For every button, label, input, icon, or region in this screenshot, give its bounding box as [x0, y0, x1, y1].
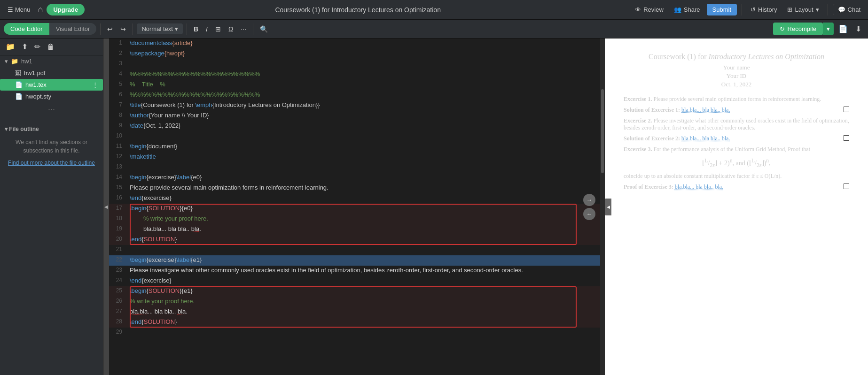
main-area: 📁 ⬆ ✏ 🗑 ▾ 📁 hw1 🖼 hw1.pdf 📄 hw1.tex ⋮ 📄 … [0, 38, 868, 375]
toolbar-separator3 [187, 23, 187, 35]
text-style-chevron-icon: ▾ [175, 25, 178, 32]
table-row: 21 [109, 245, 600, 255]
sidebar-divider [0, 119, 103, 119]
pdf-panel-collapse-button[interactable]: ◀ [605, 199, 611, 215]
menu-label: Menu [15, 6, 31, 13]
table-row: 4 %%%%%%%%%%%%%%%%%%%%%%%% [109, 69, 600, 80]
review-button[interactable]: 👁 Review [631, 4, 667, 15]
upgrade-button[interactable]: Upgrade [47, 4, 85, 15]
text-style-label: Normal text [141, 25, 172, 32]
table-row: 11 \begin{document} [109, 142, 600, 152]
file-more-icon[interactable]: ⋮ [92, 81, 98, 88]
text-style-dropdown[interactable]: Normal text ▾ [137, 23, 182, 34]
pdf-excercise2-text: Please investigate what other commonly u… [624, 117, 849, 131]
outline-help-link[interactable]: Find out more about the file outline [5, 160, 98, 166]
sidebar-collapse-button[interactable]: ◀ [103, 38, 109, 375]
pdf-document-title: Coursework (1) for Introductory Lectures… [624, 53, 849, 61]
toolbar-separator4 [253, 23, 253, 35]
menu-button[interactable]: ☰ Menu [4, 6, 34, 13]
toolbar-separator2 [133, 23, 133, 35]
refresh-icon: ↻ [780, 25, 785, 32]
code-editor[interactable]: 1 \documentclass{article} 2 \usepackage{… [109, 38, 600, 375]
redo-button[interactable]: ↪ [117, 23, 129, 35]
italic-button[interactable]: I [203, 23, 211, 35]
pdf-solution1-text: bla.bla... bla bla.. bla. [681, 107, 730, 113]
pdf-solution1-checkbox [844, 107, 849, 112]
sidebar-file-hwoptsty[interactable]: 📄 hwopt.sty [0, 91, 103, 102]
page-title: Coursework (1) for Introductory Lectures… [85, 6, 631, 14]
visual-editor-tab[interactable]: Visual Editor [49, 23, 97, 35]
delete-button[interactable]: 🗑 [45, 42, 56, 52]
recompile-button[interactable]: ↻ Recompile [773, 23, 823, 35]
edit-button[interactable]: ✏ [32, 41, 42, 52]
pdf-view-button[interactable]: 📄 [836, 23, 851, 35]
pdf-solution2-label: Solution of Excercise 2: [624, 135, 680, 142]
toolbar-right: ↻ Recompile ▾ 📄 ⬇ [773, 23, 864, 35]
new-file-button[interactable]: 📁 [4, 41, 17, 52]
toolbar-separator [100, 23, 101, 35]
table-row: 23 Please investigate what other commonl… [109, 266, 600, 276]
pdf-math-note-text: coincide up to an absolute constant mult… [624, 173, 782, 179]
table-row: 12 \maketitle [109, 152, 600, 162]
home-button[interactable]: ⌂ [34, 5, 47, 15]
code-scrollbar[interactable] [600, 38, 605, 375]
pdf-solution2: Solution of Excercise 2: bla.bla... bla … [624, 135, 849, 142]
pdf-math-formula: ⌊L/2ε⌋ + 2)n, and (⌊L/2ε⌋)n, [624, 158, 849, 168]
recompile-dropdown-button[interactable]: ▾ [823, 23, 834, 35]
more-options-button[interactable]: ··· [238, 23, 249, 35]
sidebar-folder-hw1[interactable]: ▾ 📁 hw1 [0, 55, 103, 67]
table-row: 16 \end{excercise} [109, 193, 600, 204]
pdf-file-icon: 🖼 [15, 69, 21, 77]
nav-arrow-left[interactable]: ← [583, 208, 595, 220]
chat-button[interactable]: 💬 Chat [833, 4, 864, 15]
search-button[interactable]: 🔍 [257, 23, 271, 35]
submit-button[interactable]: Submit [707, 4, 737, 15]
table-row: 28 \end{SOLUTION} [109, 317, 600, 328]
topbar-divider [742, 4, 742, 15]
pdf-solution1: Solution of Excercise 1: bla.bla... bla … [624, 107, 849, 114]
history-button[interactable]: ↺ History [747, 4, 781, 15]
file-name: hw1.pdf [24, 69, 46, 77]
recompile-label: Recompile [788, 25, 816, 32]
pdf-section-ex2: Excercise 2. Please investigate what oth… [624, 117, 849, 131]
table-row: 10 [109, 131, 600, 142]
undo-button[interactable]: ↩ [104, 23, 116, 35]
code-scrollbar-thumb [601, 89, 604, 173]
table-row: 19 bla.bla... bla bla.. bla. [109, 224, 600, 235]
table-row: 7 \title{Coursework (1) for \emph{Introd… [109, 100, 600, 111]
sidebar-file-hw1tex[interactable]: 📄 hw1.tex ⋮ [0, 79, 103, 91]
table-row: 6 %%%%%%%%%%%%%%%%%%%%%%%% [109, 90, 600, 100]
table-row: 15 Please provide several main optimizat… [109, 183, 600, 193]
folder-chevron-icon: ▾ [5, 58, 8, 65]
pdf-proof3: Proof of Excercise 3: bla.bla... bla bla… [624, 184, 849, 191]
nav-arrows: → ← [583, 194, 595, 220]
sidebar-more-indicator: ··· [0, 102, 103, 116]
history-icon: ↺ [751, 6, 756, 13]
topbar-actions: 👁 Review 👥 Share Submit ↺ History ⊞ Layo… [631, 4, 864, 15]
table-row: 14 \begin{excercise}\label{e0} [109, 173, 600, 183]
pdf-date: Oct. 1, 2022 [624, 81, 849, 88]
table-row: 27 bla.bla... bla bla.. bla. [109, 307, 600, 317]
bold-button[interactable]: B [191, 23, 201, 35]
editor-toolbar: Code Editor Visual Editor ↩ ↪ Normal tex… [0, 20, 868, 38]
download-button[interactable]: ⬇ [852, 23, 864, 35]
sidebar: 📁 ⬆ ✏ 🗑 ▾ 📁 hw1 🖼 hw1.pdf 📄 hw1.tex ⋮ 📄 … [0, 38, 103, 375]
chat-icon: 💬 [838, 6, 845, 13]
menu-icon: ☰ [8, 6, 13, 13]
table-row: 13 [109, 162, 600, 173]
nav-arrow-right[interactable]: → [583, 194, 595, 206]
table-row: 17 \begin{SOLUTION}{e0} [109, 204, 600, 214]
upload-button[interactable]: ⬆ [20, 41, 30, 52]
layout-button[interactable]: ⊞ Layout ▾ [783, 4, 822, 15]
table-button[interactable]: ⊞ [212, 23, 224, 35]
solution-box-2: 回答 excercise2 25 \begin{SOLUTION}{e1} 26… [109, 286, 600, 328]
pdf-excercise2-label: Excercise 2. [624, 117, 652, 124]
code-editor-tab[interactable]: Code Editor [4, 23, 49, 35]
omega-button[interactable]: Ω [226, 23, 236, 35]
sidebar-file-hw1pdf[interactable]: 🖼 hw1.pdf [0, 67, 103, 79]
pdf-section-ex1: Excercise 1. Please provide several main… [624, 96, 849, 103]
share-button[interactable]: 👥 Share [670, 4, 704, 15]
pdf-math-left: ⌊L/2ε⌋ + 2)n, and (⌊L/2ε⌋)n, [702, 160, 770, 167]
pdf-math-note: coincide up to an absolute constant mult… [624, 173, 849, 180]
folder-icon: 📁 [11, 58, 18, 65]
